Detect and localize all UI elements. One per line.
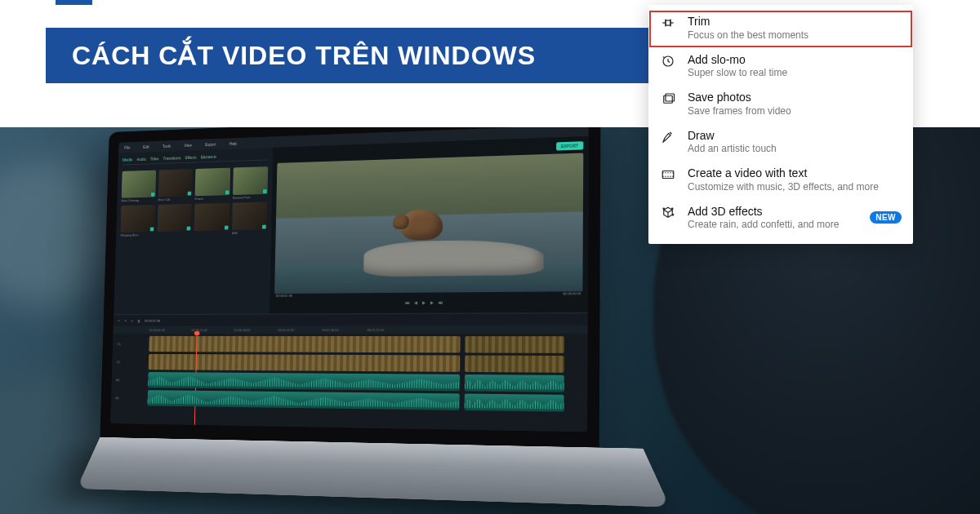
accent-strip: [56, 0, 92, 5]
timecode: 00:00:02:08: [145, 318, 160, 322]
edit-context-menu: Trim Focus on the best moments Add slo-m…: [648, 5, 913, 244]
menu-item-subtitle: Create rain, add confetti, and more: [688, 219, 858, 231]
svg-point-12: [663, 208, 665, 210]
ruler-tick: 00:01:00:00: [322, 328, 338, 332]
trim-icon: [660, 15, 676, 31]
menu-item-title: Draw: [688, 129, 902, 144]
tab-elements[interactable]: Elements: [201, 154, 216, 159]
effects-3d-icon: [660, 205, 676, 221]
menu-edit[interactable]: Edit: [143, 144, 149, 149]
tab-media[interactable]: Media: [122, 157, 132, 162]
save-photos-icon: [660, 91, 676, 107]
media-thumb[interactable]: [157, 204, 192, 232]
preview-bear: [400, 209, 443, 241]
video-clip[interactable]: [465, 355, 564, 372]
media-thumb[interactable]: [120, 205, 154, 233]
video-editor-app: File Edit Tools View Export Help Media A…: [110, 127, 588, 432]
menu-file[interactable]: File: [124, 145, 130, 150]
export-button[interactable]: EXPORT: [556, 141, 584, 150]
svg-rect-7: [666, 94, 675, 101]
timeline-panel[interactable]: ↶ ↷ ✂ 🗑 00:00:02:08 00:00:00:00 00:00:15…: [110, 312, 587, 432]
svg-rect-8: [662, 171, 674, 179]
preview-panel: EXPORT 00:00:02:08 00:00:49:00 ⏮ ◀: [270, 136, 589, 314]
timeline-toolbar[interactable]: ↶ ↷ ✂ 🗑 00:00:02:08: [114, 313, 588, 326]
media-thumb[interactable]: [122, 171, 156, 198]
media-thumb[interactable]: [233, 166, 269, 195]
undo-icon[interactable]: ↶: [118, 318, 120, 322]
menu-item-draw[interactable]: Draw Add an artistic touch: [648, 124, 913, 162]
track-label: A1: [116, 378, 145, 382]
video-track[interactable]: V2: [117, 354, 582, 373]
laptop: File Edit Tools View Export Help Media A…: [97, 127, 644, 514]
video-track[interactable]: V1: [117, 336, 582, 353]
preview-rock: [363, 239, 544, 277]
menu-item-subtitle: Add an artistic touch: [688, 143, 902, 155]
menu-item-title: Add slo-mo: [688, 53, 902, 68]
audio-clip[interactable]: [465, 394, 564, 412]
thumb-label: [157, 232, 191, 233]
menu-view[interactable]: View: [184, 143, 192, 148]
tab-titles[interactable]: Titles: [150, 157, 159, 162]
menu-item-title: Save photos: [688, 91, 902, 105]
menu-export[interactable]: Export: [205, 142, 216, 147]
menu-item-subtitle: Focus on the best moments: [688, 29, 902, 42]
svg-point-11: [672, 208, 674, 210]
tab-effects[interactable]: Effects: [185, 155, 197, 160]
track-label: A2: [115, 396, 145, 400]
draw-icon: [660, 129, 676, 145]
timeline-tracks[interactable]: V1 V2 A1: [110, 334, 587, 432]
svg-rect-2: [666, 20, 670, 25]
menu-item-3d-effects[interactable]: Add 3D effects Create rain, add confetti…: [648, 200, 913, 238]
video-clip[interactable]: [466, 336, 565, 353]
laptop-screen: File Edit Tools View Export Help Media A…: [100, 127, 600, 451]
play-icon[interactable]: ▶: [422, 300, 425, 305]
preview-viewport[interactable]: [274, 153, 583, 294]
timeline-ruler[interactable]: 00:00:00:00 00:00:15:00 00:00:30:00 00:0…: [114, 326, 588, 334]
redo-icon[interactable]: ↷: [124, 318, 127, 322]
prev-clip-icon[interactable]: ⏮: [405, 300, 409, 305]
media-thumbnails: Bear Closeup Bear Cub Forest National Pa…: [120, 166, 268, 237]
slomo-icon: [660, 53, 676, 69]
media-panel: Media Audio Titles Transitions Effects E…: [114, 148, 273, 314]
tab-transitions[interactable]: Transitions: [163, 156, 181, 161]
bokeh: [0, 160, 114, 307]
thumb-label: Bear Closeup: [122, 197, 155, 202]
media-thumb[interactable]: [195, 168, 230, 197]
tab-audio[interactable]: Audio: [136, 157, 145, 162]
audio-track[interactable]: A2: [115, 390, 581, 412]
thumb-label: Forest: [194, 196, 229, 201]
thumb-label: Bear Cub: [158, 197, 192, 202]
new-badge: NEW: [870, 211, 902, 224]
ruler-tick: 00:00:30:00: [234, 328, 251, 332]
thumb-label: [194, 231, 229, 232]
menu-item-title: Add 3D effects: [688, 205, 858, 219]
menu-help[interactable]: Help: [229, 141, 238, 146]
audio-clip[interactable]: [465, 374, 564, 392]
preview-controls[interactable]: ⏮ ◀ ▶ ▶ ⏭: [274, 295, 583, 308]
next-clip-icon[interactable]: ⏭: [439, 300, 443, 305]
menu-item-save-photos[interactable]: Save photos Save frames from video: [648, 86, 913, 124]
step-fwd-icon[interactable]: ▶: [430, 300, 434, 305]
ruler-tick: 00:00:45:00: [278, 328, 294, 332]
delete-icon[interactable]: 🗑: [137, 318, 140, 322]
media-tabs[interactable]: Media Audio Titles Transitions Effects E…: [122, 153, 269, 166]
audio-clip[interactable]: [148, 372, 460, 391]
title-banner: CÁCH CẮT VIDEO TRÊN WINDOWS: [46, 28, 650, 83]
step-back-icon[interactable]: ◀: [414, 300, 417, 305]
video-text-icon: [660, 166, 676, 183]
media-thumb[interactable]: [232, 202, 268, 230]
thumb-label: National Park: [232, 195, 267, 200]
menu-tools[interactable]: Tools: [163, 144, 172, 148]
media-thumb[interactable]: [158, 169, 193, 197]
menu-item-video-text[interactable]: Create a video with text Customize with …: [648, 162, 913, 200]
laptop-keyboard: [77, 437, 670, 507]
thumb-label: Sleeping Bear: [120, 233, 154, 237]
menu-item-slomo[interactable]: Add slo-mo Super slow to real time: [648, 48, 913, 86]
menu-item-title: Create a video with text: [688, 166, 902, 181]
cut-icon[interactable]: ✂: [131, 318, 133, 322]
ruler-tick: 00:01:15:00: [367, 327, 384, 331]
media-thumb[interactable]: [194, 203, 229, 231]
audio-track[interactable]: A1: [116, 372, 582, 392]
menu-item-trim[interactable]: Trim Focus on the best moments: [648, 10, 913, 48]
svg-point-13: [672, 214, 674, 215]
